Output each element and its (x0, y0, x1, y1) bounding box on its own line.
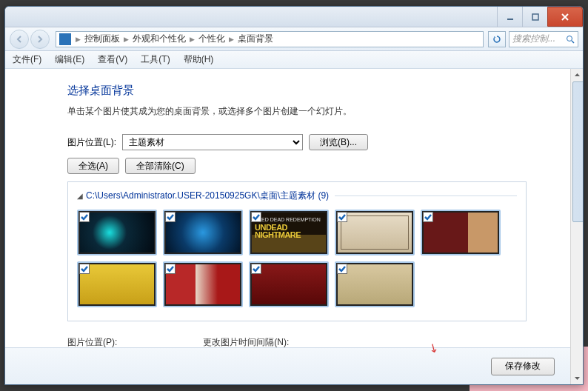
svg-rect-0 (507, 19, 513, 20)
breadcrumb-item[interactable]: 桌面背景 (235, 33, 275, 45)
chevron-right-icon: ▶ (122, 36, 130, 43)
thumb-checkbox[interactable] (337, 264, 347, 274)
wallpaper-thumb[interactable] (77, 210, 157, 255)
page-title: 选择桌面背景 (67, 84, 565, 98)
svg-point-2 (567, 36, 572, 41)
nav-toolbar: ▶ 控制面板 ▶ 外观和个性化 ▶ 个性化 ▶ 桌面背景 搜索控制... (5, 27, 583, 51)
control-panel-icon (59, 33, 71, 45)
breadcrumb-item[interactable]: 外观和个性化 (130, 33, 188, 45)
breadcrumb-item[interactable]: 控制面板 (82, 33, 122, 45)
browse-button[interactable]: 浏览(B)... (309, 134, 368, 150)
scroll-down-icon[interactable] (571, 372, 583, 384)
thumb-checkbox[interactable] (165, 212, 176, 222)
maximize-button[interactable] (522, 7, 547, 27)
thumb-checkbox[interactable] (79, 212, 90, 222)
menu-tools[interactable]: 工具(T) (141, 53, 170, 66)
wallpaper-thumb[interactable] (77, 261, 157, 307)
thumb-checkbox[interactable] (165, 264, 176, 274)
menu-bar: 文件(F) 编辑(E) 查看(V) 工具(T) 帮助(H) (5, 51, 583, 69)
thumb-checkbox[interactable] (251, 264, 261, 274)
thumb-checkbox[interactable] (423, 212, 433, 222)
select-all-button[interactable]: 全选(A) (67, 158, 119, 174)
menu-file[interactable]: 文件(F) (13, 53, 41, 66)
collapse-icon: ◢ (77, 192, 83, 200)
window: ▶ 控制面板 ▶ 外观和个性化 ▶ 个性化 ▶ 桌面背景 搜索控制... 文件(… (4, 6, 584, 385)
footer-bar: 保存修改 (5, 347, 583, 384)
picture-location-label: 图片位置(L): (67, 136, 116, 149)
refresh-button[interactable] (488, 31, 506, 47)
menu-help[interactable]: 帮助(H) (184, 53, 214, 66)
forward-button[interactable] (30, 30, 50, 49)
chevron-right-icon: ▶ (74, 36, 82, 43)
vertical-scrollbar[interactable] (570, 69, 583, 384)
picture-location-select[interactable]: 主题素材 (122, 134, 303, 150)
folder-path: C:\Users\Administrator.USER-20150925GK\桌… (86, 190, 329, 202)
image-gallery: ◢ C:\Users\Administrator.USER-20150925GK… (67, 181, 527, 321)
chevron-right-icon: ▶ (227, 36, 235, 43)
menu-edit[interactable]: 编辑(E) (55, 53, 84, 66)
titlebar (5, 7, 583, 27)
clear-all-button[interactable]: 全部清除(C) (125, 158, 196, 174)
wallpaper-thumb[interactable] (335, 261, 415, 307)
thumb-checkbox[interactable] (337, 212, 347, 222)
wallpaper-thumb[interactable] (335, 210, 415, 255)
menu-view[interactable]: 查看(V) (98, 53, 127, 66)
page-description: 单击某个图片使其成为您的桌面背景，或选择多个图片创建一个幻灯片。 (67, 105, 565, 118)
scroll-up-icon[interactable] (571, 69, 583, 81)
wallpaper-thumb[interactable]: UNDEAD NIGHTMARE (249, 210, 329, 255)
folder-header[interactable]: ◢ C:\Users\Administrator.USER-20150925GK… (77, 190, 517, 202)
content-area: 选择桌面背景 单击某个图片使其成为您的桌面背景，或选择多个图片创建一个幻灯片。 … (5, 69, 583, 384)
thumb-checkbox[interactable] (79, 264, 90, 274)
thumb-checkbox[interactable] (251, 212, 261, 222)
address-bar[interactable]: ▶ 控制面板 ▶ 外观和个性化 ▶ 个性化 ▶ 桌面背景 (56, 31, 484, 47)
minimize-button[interactable] (497, 7, 522, 27)
wallpaper-thumb[interactable] (249, 261, 329, 307)
search-input[interactable]: 搜索控制... (509, 31, 578, 47)
wallpaper-thumb[interactable] (421, 210, 501, 255)
save-button[interactable]: 保存修改 (491, 358, 555, 375)
close-button[interactable] (547, 7, 583, 27)
breadcrumb-item[interactable]: 个性化 (196, 33, 227, 45)
search-placeholder: 搜索控制... (512, 33, 555, 45)
back-button[interactable] (10, 30, 29, 49)
wallpaper-thumb[interactable] (163, 261, 243, 307)
chevron-right-icon: ▶ (188, 36, 196, 43)
scrollbar-thumb[interactable] (572, 81, 583, 222)
search-icon (566, 35, 575, 44)
svg-rect-1 (532, 14, 538, 20)
wallpaper-thumb[interactable] (163, 210, 243, 255)
